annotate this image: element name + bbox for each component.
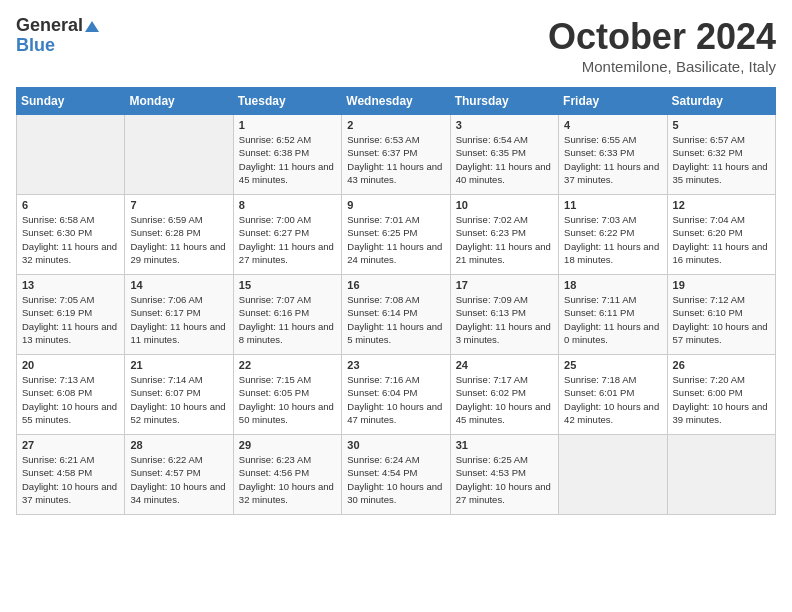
- calendar-cell: 6Sunrise: 6:58 AMSunset: 6:30 PMDaylight…: [17, 195, 125, 275]
- calendar-cell: 29Sunrise: 6:23 AMSunset: 4:56 PMDayligh…: [233, 435, 341, 515]
- weekday-header: Wednesday: [342, 88, 450, 115]
- weekday-header: Friday: [559, 88, 667, 115]
- calendar-cell: [667, 435, 775, 515]
- day-detail: Sunrise: 7:01 AMSunset: 6:25 PMDaylight:…: [347, 214, 442, 265]
- day-number: 30: [347, 439, 444, 451]
- calendar-week-row: 6Sunrise: 6:58 AMSunset: 6:30 PMDaylight…: [17, 195, 776, 275]
- logo: General Blue: [16, 16, 99, 56]
- day-number: 18: [564, 279, 661, 291]
- calendar-week-row: 20Sunrise: 7:13 AMSunset: 6:08 PMDayligh…: [17, 355, 776, 435]
- day-detail: Sunrise: 6:59 AMSunset: 6:28 PMDaylight:…: [130, 214, 225, 265]
- day-number: 7: [130, 199, 227, 211]
- weekday-header: Saturday: [667, 88, 775, 115]
- day-number: 23: [347, 359, 444, 371]
- calendar-week-row: 1Sunrise: 6:52 AMSunset: 6:38 PMDaylight…: [17, 115, 776, 195]
- calendar-cell: 25Sunrise: 7:18 AMSunset: 6:01 PMDayligh…: [559, 355, 667, 435]
- day-number: 11: [564, 199, 661, 211]
- day-detail: Sunrise: 7:08 AMSunset: 6:14 PMDaylight:…: [347, 294, 442, 345]
- calendar-cell: 11Sunrise: 7:03 AMSunset: 6:22 PMDayligh…: [559, 195, 667, 275]
- day-number: 5: [673, 119, 770, 131]
- day-number: 9: [347, 199, 444, 211]
- calendar-week-row: 13Sunrise: 7:05 AMSunset: 6:19 PMDayligh…: [17, 275, 776, 355]
- day-detail: Sunrise: 6:57 AMSunset: 6:32 PMDaylight:…: [673, 134, 768, 185]
- day-number: 25: [564, 359, 661, 371]
- day-detail: Sunrise: 7:04 AMSunset: 6:20 PMDaylight:…: [673, 214, 768, 265]
- day-number: 27: [22, 439, 119, 451]
- calendar-cell: 21Sunrise: 7:14 AMSunset: 6:07 PMDayligh…: [125, 355, 233, 435]
- calendar-cell: 24Sunrise: 7:17 AMSunset: 6:02 PMDayligh…: [450, 355, 558, 435]
- day-detail: Sunrise: 6:22 AMSunset: 4:57 PMDaylight:…: [130, 454, 225, 505]
- day-number: 12: [673, 199, 770, 211]
- calendar-cell: [17, 115, 125, 195]
- day-detail: Sunrise: 6:23 AMSunset: 4:56 PMDaylight:…: [239, 454, 334, 505]
- day-detail: Sunrise: 7:14 AMSunset: 6:07 PMDaylight:…: [130, 374, 225, 425]
- calendar-cell: 26Sunrise: 7:20 AMSunset: 6:00 PMDayligh…: [667, 355, 775, 435]
- logo-blue: Blue: [16, 36, 99, 56]
- calendar-cell: 17Sunrise: 7:09 AMSunset: 6:13 PMDayligh…: [450, 275, 558, 355]
- day-detail: Sunrise: 6:53 AMSunset: 6:37 PMDaylight:…: [347, 134, 442, 185]
- day-number: 31: [456, 439, 553, 451]
- calendar-cell: 27Sunrise: 6:21 AMSunset: 4:58 PMDayligh…: [17, 435, 125, 515]
- day-number: 14: [130, 279, 227, 291]
- day-number: 2: [347, 119, 444, 131]
- page-header: General Blue October 2024 Montemilone, B…: [16, 16, 776, 75]
- day-detail: Sunrise: 7:06 AMSunset: 6:17 PMDaylight:…: [130, 294, 225, 345]
- calendar-cell: 7Sunrise: 6:59 AMSunset: 6:28 PMDaylight…: [125, 195, 233, 275]
- day-detail: Sunrise: 7:18 AMSunset: 6:01 PMDaylight:…: [564, 374, 659, 425]
- calendar-cell: 10Sunrise: 7:02 AMSunset: 6:23 PMDayligh…: [450, 195, 558, 275]
- calendar-cell: 13Sunrise: 7:05 AMSunset: 6:19 PMDayligh…: [17, 275, 125, 355]
- calendar-cell: 12Sunrise: 7:04 AMSunset: 6:20 PMDayligh…: [667, 195, 775, 275]
- day-detail: Sunrise: 7:13 AMSunset: 6:08 PMDaylight:…: [22, 374, 117, 425]
- calendar-cell: 30Sunrise: 6:24 AMSunset: 4:54 PMDayligh…: [342, 435, 450, 515]
- day-number: 6: [22, 199, 119, 211]
- day-detail: Sunrise: 7:11 AMSunset: 6:11 PMDaylight:…: [564, 294, 659, 345]
- weekday-header-row: SundayMondayTuesdayWednesdayThursdayFrid…: [17, 88, 776, 115]
- calendar-cell: 18Sunrise: 7:11 AMSunset: 6:11 PMDayligh…: [559, 275, 667, 355]
- weekday-header: Monday: [125, 88, 233, 115]
- location: Montemilone, Basilicate, Italy: [548, 58, 776, 75]
- day-number: 19: [673, 279, 770, 291]
- calendar-cell: 8Sunrise: 7:00 AMSunset: 6:27 PMDaylight…: [233, 195, 341, 275]
- calendar-cell: 1Sunrise: 6:52 AMSunset: 6:38 PMDaylight…: [233, 115, 341, 195]
- day-detail: Sunrise: 7:17 AMSunset: 6:02 PMDaylight:…: [456, 374, 551, 425]
- day-detail: Sunrise: 7:07 AMSunset: 6:16 PMDaylight:…: [239, 294, 334, 345]
- weekday-header: Sunday: [17, 88, 125, 115]
- calendar-cell: 14Sunrise: 7:06 AMSunset: 6:17 PMDayligh…: [125, 275, 233, 355]
- calendar-cell: 5Sunrise: 6:57 AMSunset: 6:32 PMDaylight…: [667, 115, 775, 195]
- day-number: 24: [456, 359, 553, 371]
- day-detail: Sunrise: 7:02 AMSunset: 6:23 PMDaylight:…: [456, 214, 551, 265]
- day-detail: Sunrise: 7:05 AMSunset: 6:19 PMDaylight:…: [22, 294, 117, 345]
- day-detail: Sunrise: 6:54 AMSunset: 6:35 PMDaylight:…: [456, 134, 551, 185]
- day-number: 22: [239, 359, 336, 371]
- logo-general: General: [16, 16, 99, 36]
- weekday-header: Thursday: [450, 88, 558, 115]
- day-detail: Sunrise: 7:09 AMSunset: 6:13 PMDaylight:…: [456, 294, 551, 345]
- day-detail: Sunrise: 7:15 AMSunset: 6:05 PMDaylight:…: [239, 374, 334, 425]
- calendar-cell: 20Sunrise: 7:13 AMSunset: 6:08 PMDayligh…: [17, 355, 125, 435]
- day-number: 15: [239, 279, 336, 291]
- day-number: 29: [239, 439, 336, 451]
- day-number: 4: [564, 119, 661, 131]
- calendar-week-row: 27Sunrise: 6:21 AMSunset: 4:58 PMDayligh…: [17, 435, 776, 515]
- day-detail: Sunrise: 6:25 AMSunset: 4:53 PMDaylight:…: [456, 454, 551, 505]
- day-number: 13: [22, 279, 119, 291]
- calendar-cell: 4Sunrise: 6:55 AMSunset: 6:33 PMDaylight…: [559, 115, 667, 195]
- day-detail: Sunrise: 6:21 AMSunset: 4:58 PMDaylight:…: [22, 454, 117, 505]
- day-number: 1: [239, 119, 336, 131]
- calendar-cell: 3Sunrise: 6:54 AMSunset: 6:35 PMDaylight…: [450, 115, 558, 195]
- calendar-cell: 15Sunrise: 7:07 AMSunset: 6:16 PMDayligh…: [233, 275, 341, 355]
- calendar-cell: 31Sunrise: 6:25 AMSunset: 4:53 PMDayligh…: [450, 435, 558, 515]
- day-number: 3: [456, 119, 553, 131]
- day-detail: Sunrise: 7:03 AMSunset: 6:22 PMDaylight:…: [564, 214, 659, 265]
- day-detail: Sunrise: 6:58 AMSunset: 6:30 PMDaylight:…: [22, 214, 117, 265]
- day-number: 28: [130, 439, 227, 451]
- day-detail: Sunrise: 6:52 AMSunset: 6:38 PMDaylight:…: [239, 134, 334, 185]
- calendar-cell: 19Sunrise: 7:12 AMSunset: 6:10 PMDayligh…: [667, 275, 775, 355]
- day-detail: Sunrise: 7:12 AMSunset: 6:10 PMDaylight:…: [673, 294, 768, 345]
- calendar-cell: 28Sunrise: 6:22 AMSunset: 4:57 PMDayligh…: [125, 435, 233, 515]
- calendar-cell: [125, 115, 233, 195]
- day-detail: Sunrise: 6:55 AMSunset: 6:33 PMDaylight:…: [564, 134, 659, 185]
- day-detail: Sunrise: 7:00 AMSunset: 6:27 PMDaylight:…: [239, 214, 334, 265]
- day-detail: Sunrise: 6:24 AMSunset: 4:54 PMDaylight:…: [347, 454, 442, 505]
- day-number: 16: [347, 279, 444, 291]
